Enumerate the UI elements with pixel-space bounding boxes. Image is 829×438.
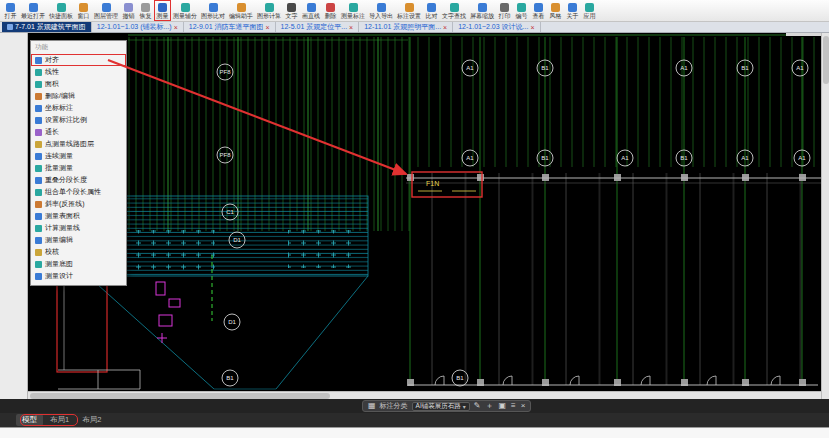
- move-icon[interactable]: ＋: [485, 402, 493, 410]
- toolbar-button-9[interactable]: 测量辅分: [171, 0, 199, 21]
- close-icon[interactable]: ×: [265, 24, 269, 31]
- panel-item-19[interactable]: 测量设计: [31, 270, 126, 282]
- panel-item-14[interactable]: 测量表面积: [31, 210, 126, 222]
- panel-item-5[interactable]: 坐标标注: [31, 102, 126, 114]
- layout-tab-3[interactable]: 布局2: [76, 414, 107, 426]
- panel-item-17[interactable]: 校核: [31, 246, 126, 258]
- toolbar-button-20[interactable]: 文字查找: [440, 0, 468, 21]
- panel-item-9[interactable]: 连续测量: [31, 150, 126, 162]
- panel-item-icon: [35, 249, 42, 256]
- delete-icon[interactable]: ×: [521, 402, 526, 410]
- panel-item-3[interactable]: 面积: [31, 78, 126, 90]
- toolbar-button-23[interactable]: 编号: [513, 0, 530, 21]
- close-icon[interactable]: ×: [349, 24, 353, 31]
- toolbar-button-18[interactable]: 标注设置: [395, 0, 423, 21]
- toolbar-button-22[interactable]: 打印: [496, 0, 513, 21]
- text-icon: [287, 3, 296, 12]
- toolbar-button-19[interactable]: 比对: [423, 0, 440, 21]
- white-wall-segment: [786, 33, 821, 36]
- panel-item-1[interactable]: 对齐: [31, 54, 126, 66]
- delete-icon: [326, 3, 335, 12]
- layers-icon[interactable]: ≡: [511, 402, 516, 410]
- toolbar-button-6[interactable]: 撤销: [120, 0, 137, 21]
- toolbar-button-3[interactable]: 快捷面板: [47, 0, 75, 21]
- toolbar-button-15[interactable]: 删除: [322, 0, 339, 21]
- vertical-scrollbar[interactable]: [821, 33, 829, 399]
- panel-item-7[interactable]: 通长: [31, 126, 126, 138]
- panel-item-label: 斜率(反推线): [45, 199, 85, 209]
- panel-item-2[interactable]: 线性: [31, 66, 126, 78]
- toolbar-button-25[interactable]: 风格: [547, 0, 564, 21]
- document-tab-label: 7-7.01 景观建筑平面图: [15, 22, 86, 32]
- vertical-scrollbar-thumb[interactable]: [823, 36, 829, 84]
- toolbar-button-4[interactable]: 窗口: [75, 0, 92, 21]
- edit-icon[interactable]: ✎: [474, 402, 481, 410]
- panel-item-13[interactable]: 斜率(反推线): [31, 198, 126, 210]
- panel-item-icon: [35, 201, 42, 208]
- panel-item-icon: [35, 81, 42, 88]
- print-icon: [500, 3, 509, 12]
- document-tab-6[interactable]: 12-1.01~2.03 设计说...×: [453, 22, 540, 32]
- toolbar-button-10[interactable]: 图形比对: [199, 0, 227, 21]
- panel-item-icon: [35, 57, 42, 64]
- panel-item-11[interactable]: 重叠分段长度: [31, 174, 126, 186]
- edit-assistant-icon: [237, 3, 246, 12]
- quick-panel-icon: [57, 3, 66, 12]
- document-tab-5[interactable]: 12-11.01 景观照明平面...×: [359, 22, 453, 32]
- toolbar-button-14[interactable]: 画直线: [300, 0, 322, 21]
- boundary-diagonal-2: [276, 276, 368, 389]
- measure-assist-icon: [181, 3, 190, 12]
- horizontal-scrollbar[interactable]: [28, 391, 821, 399]
- toolbar-button-12[interactable]: 图形计算: [255, 0, 283, 21]
- screen-zoom-icon: [478, 3, 487, 12]
- panel-item-label: 测量编辑: [45, 235, 73, 245]
- copy-icon[interactable]: ▣: [498, 402, 506, 410]
- drawing-icon: [7, 24, 13, 30]
- toolbar-button-24[interactable]: 查看: [530, 0, 547, 21]
- close-icon[interactable]: ×: [530, 24, 534, 31]
- close-icon[interactable]: ×: [443, 24, 447, 31]
- toolbar-button-7[interactable]: 恢复: [137, 0, 154, 21]
- panel-item-icon: [35, 153, 42, 160]
- toolbar-button-2[interactable]: 最近打开: [19, 0, 47, 21]
- toolbar-button-17[interactable]: 导入导出: [367, 0, 395, 21]
- panel-item-16[interactable]: 测量编辑: [31, 234, 126, 246]
- toolbar-button-11[interactable]: 编辑助手: [227, 0, 255, 21]
- layout-tab-1[interactable]: 模型: [16, 414, 43, 426]
- toolbar-button-27[interactable]: 应用: [581, 0, 598, 21]
- panel-item-label: 对齐: [45, 55, 59, 65]
- document-tab-3[interactable]: 12-9.01 消防车道平面图×: [184, 22, 276, 32]
- cad-application-window: 打开最近打开快捷面板窗口图层管理撤销恢复测量测量辅分图形比对编辑助手图形计算文字…: [0, 0, 829, 438]
- toolbar-button-21[interactable]: 屏幕缩放: [468, 0, 496, 21]
- panel-item-18[interactable]: 测量底图: [31, 258, 126, 270]
- panel-item-label: 组合单个段长属性: [45, 187, 101, 197]
- axis-bubble-label: D1: [228, 319, 236, 325]
- toolbar-button-13[interactable]: 文字: [283, 0, 300, 21]
- panel-item-8[interactable]: 点测量线路图层: [31, 138, 126, 150]
- annotation-classify-dropdown[interactable]: AI铺装展历石路 ▾: [412, 402, 470, 411]
- layout-tab-2[interactable]: 布局1: [44, 414, 75, 426]
- cad-drawing[interactable]: PF8PF8A1B1A1B1A1A1B1A1B1A1A1C1D1D1B1B1 F…: [28, 33, 821, 391]
- toolbar-button-16[interactable]: 测量标注: [339, 0, 367, 21]
- panel-item-label: 重叠分段长度: [45, 175, 87, 185]
- panel-item-4[interactable]: 删除/编辑: [31, 90, 126, 102]
- toolbar-button-5[interactable]: 图层管理: [92, 0, 120, 21]
- dropdown-value: AI铺装展历石路: [416, 402, 461, 411]
- document-tab-4[interactable]: 12-5.01 景观定位平...×: [276, 22, 360, 32]
- toolbar-button-label: 标注设置: [397, 13, 421, 19]
- panel-item-label: 线性: [45, 67, 59, 77]
- panel-item-6[interactable]: 设置标注比例: [31, 114, 126, 126]
- document-tab-1[interactable]: 7-7.01 景观建筑平面图: [2, 22, 92, 32]
- toolbar-button-1[interactable]: 打开: [2, 0, 19, 21]
- toolbar-button-label: 最近打开: [21, 13, 45, 19]
- toolbar-button-8[interactable]: 测量: [154, 0, 171, 21]
- document-tab-2[interactable]: 12-1.01~1.03 (铺装标...)×: [92, 22, 184, 32]
- panel-item-12[interactable]: 组合单个段长属性: [31, 186, 126, 198]
- close-icon[interactable]: ×: [174, 24, 178, 31]
- compare-icon: [209, 3, 218, 12]
- cad-drawing-area[interactable]: PF8PF8A1B1A1B1A1A1B1A1B1A1A1C1D1D1B1B1 F…: [28, 33, 821, 399]
- toolbar-button-26[interactable]: 关于: [564, 0, 581, 21]
- panel-item-icon: [35, 261, 42, 268]
- panel-item-10[interactable]: 批量测量: [31, 162, 126, 174]
- panel-item-15[interactable]: 计算测量线: [31, 222, 126, 234]
